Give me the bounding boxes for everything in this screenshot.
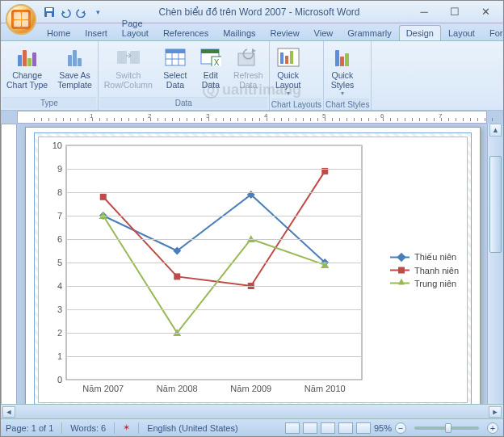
x-tick-label: Năm 2009 (230, 384, 271, 393)
x-tick-label: Năm 2010 (304, 384, 346, 393)
office-button[interactable] (6, 4, 36, 35)
tab-page-layout[interactable]: Page Layout (115, 15, 156, 40)
minimize-button[interactable]: ─ (410, 3, 439, 21)
status-bar: Page: 1 of 1 Words: 6 ✶ English (United … (1, 418, 503, 436)
svg-rect-25 (174, 273, 180, 279)
status-page[interactable]: Page: 1 of 1 (6, 423, 53, 433)
chevron-down-icon: ▾ (287, 90, 290, 97)
y-tick-label: 4 (57, 281, 62, 291)
tab-view[interactable]: View (307, 25, 341, 40)
quick-styles-button[interactable]: Quick Styles ▾ (326, 43, 359, 99)
save-as-template-label: Save As Template (57, 70, 92, 90)
group-chart-styles-label: Chart Styles (326, 99, 369, 110)
group-data: Switch Row/Column Select Data X Edit Dat… (99, 41, 270, 110)
plot-area: 012345678910Năm 2007Năm 2008Năm 2009Năm … (66, 145, 362, 380)
svg-rect-6 (166, 49, 185, 53)
refresh-data-button: Refresh Data (229, 43, 267, 97)
group-type: Change Chart Type Save As Template Type (1, 41, 99, 110)
quick-layout-button[interactable]: Quick Layout ▾ (271, 43, 305, 99)
y-tick-label: 10 (52, 141, 62, 150)
view-print-layout-icon[interactable] (285, 422, 300, 434)
view-outline-icon[interactable] (338, 422, 353, 434)
y-tick-label: 1 (57, 351, 62, 361)
quick-layout-icon (275, 44, 301, 70)
x-tick-label: Năm 2008 (157, 384, 198, 393)
svg-rect-2 (47, 13, 52, 17)
switch-row-column-button: Switch Row/Column (100, 43, 157, 97)
refresh-data-label: Refresh Data (233, 70, 263, 90)
bar-chart-icon (15, 44, 40, 70)
zoom-thumb[interactable] (445, 423, 452, 433)
chart-object[interactable]: 012345678910Năm 2007Năm 2008Năm 2009Năm … (38, 137, 468, 403)
select-data-icon (162, 44, 188, 70)
view-draft-icon[interactable] (356, 422, 371, 434)
redo-icon[interactable] (75, 6, 88, 19)
quick-styles-icon (330, 44, 355, 70)
zoom-in-button[interactable]: + (487, 422, 498, 434)
tab-format[interactable]: Format (482, 25, 504, 40)
tab-insert[interactable]: Insert (78, 25, 115, 40)
vertical-ruler[interactable] (1, 124, 17, 419)
svg-rect-4 (130, 51, 140, 64)
save-icon[interactable] (43, 6, 56, 19)
svg-rect-11 (201, 49, 219, 53)
legend-label: Trung niên (414, 279, 456, 288)
zoom-out-button[interactable]: − (395, 422, 406, 434)
legend-item: Trung niên (390, 279, 459, 288)
view-full-screen-icon[interactable] (303, 422, 317, 434)
tab-design[interactable]: Design (399, 25, 441, 40)
save-as-template-button[interactable]: Save As Template (53, 43, 96, 97)
window-controls: ─ ☐ ✕ (410, 3, 500, 21)
group-chart-styles: Quick Styles ▾ Chart Styles (324, 41, 372, 110)
svg-rect-1 (46, 8, 52, 11)
zoom-level[interactable]: 95% (374, 423, 392, 433)
edit-data-button[interactable]: X Edit Data (194, 43, 228, 97)
refresh-icon (235, 44, 261, 70)
tab-layout[interactable]: Layout (441, 25, 482, 40)
status-words[interactable]: Words: 6 (70, 423, 106, 433)
chart-selection-border[interactable]: 012345678910Năm 2007Năm 2008Năm 2009Năm … (34, 132, 472, 407)
quick-styles-label: Quick Styles (331, 70, 355, 90)
quick-access-toolbar: ▾ (38, 6, 109, 19)
tab-home[interactable]: Home (40, 25, 78, 40)
chevron-down-icon: ▾ (341, 90, 344, 97)
status-language[interactable]: English (United States) (147, 423, 238, 433)
horizontal-scrollbar[interactable]: ◄ ► (1, 404, 503, 418)
title-bar: ▾ Chèn biểu đồ trên Word 2007 - Microsof… (1, 1, 503, 23)
proofing-icon[interactable]: ✶ (123, 422, 130, 433)
select-data-button[interactable]: Select Data (158, 43, 192, 97)
ribbon-tabs: Home Insert Page Layout References Maili… (1, 23, 503, 41)
tab-review[interactable]: Review (263, 25, 307, 40)
group-chart-layouts-label: Chart Layouts (271, 99, 321, 110)
edit-data-label: Edit Data (202, 70, 220, 90)
switch-row-column-label: Switch Row/Column (104, 70, 153, 90)
view-web-layout-icon[interactable] (321, 422, 335, 434)
maximize-button[interactable]: ☐ (440, 3, 469, 21)
legend-item: Thiếu niên (390, 252, 459, 263)
svg-rect-16 (280, 53, 284, 64)
change-chart-type-button[interactable]: Change Chart Type (2, 43, 52, 97)
scroll-right-arrow[interactable]: ► (489, 406, 502, 418)
legend-item: Thanh niên (390, 266, 459, 275)
x-tick-label: Năm 2007 (82, 384, 124, 393)
close-button[interactable]: ✕ (471, 3, 500, 21)
tab-references[interactable]: References (156, 25, 216, 40)
y-tick-label: 7 (57, 211, 62, 221)
scroll-thumb[interactable] (489, 156, 502, 253)
tab-mailings[interactable]: Mailings (216, 25, 262, 40)
y-tick-label: 9 (57, 164, 62, 174)
qat-customize-icon[interactable]: ▾ (91, 6, 104, 19)
undo-icon[interactable] (59, 6, 72, 19)
document-area: 1234567 ▲ ▼ 012345678910Năm 2007Năm 2008… (1, 111, 503, 419)
zoom-slider[interactable] (414, 426, 479, 430)
y-tick-label: 2 (57, 328, 62, 338)
svg-rect-17 (285, 56, 288, 64)
select-data-label: Select Data (163, 70, 187, 90)
horizontal-ruler[interactable]: 1234567 (17, 111, 487, 124)
scroll-up-arrow[interactable]: ▲ (489, 124, 502, 137)
scroll-left-arrow[interactable]: ◄ (2, 406, 15, 418)
legend-label: Thanh niên (414, 266, 459, 275)
tab-grammarly[interactable]: Grammarly (340, 25, 398, 40)
y-tick-label: 0 (57, 375, 62, 384)
vertical-scrollbar[interactable]: ▲ ▼ (487, 124, 503, 419)
